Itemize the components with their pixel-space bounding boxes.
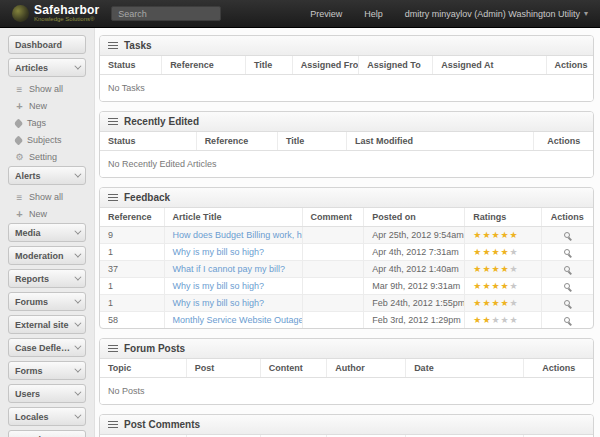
sidebar-item-media[interactable]: Media xyxy=(8,223,86,242)
recently-edited-table: StatusReferenceTitleLast ModifiedActions… xyxy=(100,132,593,177)
column-header-reference: Reference xyxy=(196,132,277,151)
article-link[interactable]: Why is my bill so high? xyxy=(173,247,265,257)
app-logo[interactable]: Safeharbor Knowledge Solutions® xyxy=(12,5,99,23)
panel-forum-posts: Forum PostsTopicPostContentAuthorDateAct… xyxy=(99,338,594,405)
sidebar-item-locales[interactable]: Locales xyxy=(8,407,86,426)
star-empty-icon: ★ xyxy=(510,315,519,325)
star-empty-icon: ★ xyxy=(510,247,519,257)
article-link[interactable]: Why is my bill so high? xyxy=(173,281,265,291)
magnifier-icon[interactable] xyxy=(564,300,570,306)
magnifier-icon[interactable] xyxy=(564,232,570,238)
chevron-down-icon xyxy=(74,343,81,350)
empty-row: No Recently Edited Articles xyxy=(100,151,593,178)
cell-posted-on: Apr 4th, 2012 1:40am xyxy=(364,261,465,278)
user-menu[interactable]: dmitry minyaylov (Admin) Washington Util… xyxy=(405,9,588,19)
sidebar-item-dashboard[interactable]: Dashboard xyxy=(8,35,86,54)
panel-header-feedback[interactable]: Feedback xyxy=(100,188,593,208)
article-link[interactable]: Why is my bill so high? xyxy=(173,298,265,308)
cell-ratings: ★★★★★ xyxy=(465,278,541,295)
cell-reference: 1 xyxy=(100,278,164,295)
gear-icon xyxy=(15,153,24,162)
column-header-posted-on: Posted on xyxy=(364,208,465,227)
magnifier-icon[interactable] xyxy=(564,249,570,255)
magnifier-icon[interactable] xyxy=(564,317,570,323)
sidebar-item-label: Forums xyxy=(15,297,48,307)
sidebar-subitem-label: New xyxy=(29,209,47,219)
column-header-status: Status xyxy=(100,56,162,75)
cell-comment xyxy=(302,244,364,261)
sidebar-item-label: Locales xyxy=(15,412,49,422)
cell-ratings: ★★★★★ xyxy=(465,261,541,278)
star-filled-icon: ★ xyxy=(491,298,500,308)
sidebar-item-label: Case Deflection xyxy=(15,343,74,353)
star-filled-icon: ★ xyxy=(473,264,482,274)
list-icon xyxy=(108,421,118,429)
sidebar-item-case-deflection[interactable]: Case Deflection xyxy=(8,338,86,357)
cell-actions xyxy=(541,312,593,329)
panel-title: Recently Edited xyxy=(124,116,199,127)
sidebar-item-articles[interactable]: Articles xyxy=(8,58,86,77)
sidebar-item-reports[interactable]: Reports xyxy=(8,269,86,288)
article-link[interactable]: How does Budget Billing work, huh? xyxy=(173,230,303,240)
list-icon xyxy=(108,42,118,50)
star-filled-icon: ★ xyxy=(473,298,482,308)
sidebar-item-moderation[interactable]: Moderation xyxy=(8,246,86,265)
empty-row: No Posts xyxy=(100,378,593,405)
magnifier-icon[interactable] xyxy=(564,283,570,289)
sidebar-subitem-articles-show-all[interactable]: Show all xyxy=(8,81,86,97)
tag-icon xyxy=(14,135,24,145)
nav-preview[interactable]: Preview xyxy=(310,9,342,19)
panel-header-tasks[interactable]: Tasks xyxy=(100,36,593,56)
panel-header-forum-posts[interactable]: Forum Posts xyxy=(100,339,593,359)
cell-comment xyxy=(302,278,364,295)
panel-header-recently-edited[interactable]: Recently Edited xyxy=(100,112,593,132)
sidebar-item-users[interactable]: Users xyxy=(8,384,86,403)
panel-header-post-comments[interactable]: Post Comments xyxy=(100,415,593,435)
column-header-assigned-to: Assigned To xyxy=(359,56,433,75)
article-link[interactable]: Monthly Service Website Outage xyxy=(173,315,303,325)
column-header-actions: Actions xyxy=(524,359,593,378)
sidebar-item-google-analytics[interactable]: Google Analytics xyxy=(8,430,86,437)
column-header-reference: Reference xyxy=(100,208,164,227)
nav-help[interactable]: Help xyxy=(364,9,383,19)
sidebar-item-forms[interactable]: Forms xyxy=(8,361,86,380)
list-icon xyxy=(108,118,118,126)
cell-comment xyxy=(302,312,364,329)
sidebar-subitem-articles-tags[interactable]: Tags xyxy=(8,115,86,131)
sidebar-subitem-articles-setting[interactable]: Setting xyxy=(8,149,86,165)
empty-row: No Tasks xyxy=(100,75,593,102)
cell-reference: 9 xyxy=(100,227,164,244)
sidebar-subitem-articles-subjects[interactable]: Subjects xyxy=(8,132,86,148)
table-header-row: ReferenceArticle TitleCommentPosted onRa… xyxy=(100,208,593,227)
cell-ratings: ★★★★★ xyxy=(465,244,541,261)
magnifier-icon[interactable] xyxy=(564,266,570,272)
panel-tasks: TasksStatusReferenceTitleAssigned FromAs… xyxy=(99,35,594,102)
cell-ratings: ★★★★★ xyxy=(465,312,541,329)
search-input[interactable] xyxy=(111,6,221,21)
star-filled-icon: ★ xyxy=(473,281,482,291)
empty-message: No Posts xyxy=(100,378,593,405)
list-icon xyxy=(15,193,24,202)
sidebar-item-external-site[interactable]: External site xyxy=(8,315,86,334)
sidebar-item-label: Reports xyxy=(15,274,49,284)
article-link[interactable]: What if I cannot pay my bill? xyxy=(173,264,286,274)
cell-ratings: ★★★★★ xyxy=(465,295,541,312)
sidebar-subitem-articles-new[interactable]: New xyxy=(8,98,86,114)
star-empty-icon: ★ xyxy=(501,315,510,325)
sidebar-subitem-alerts-new[interactable]: New xyxy=(8,206,86,222)
cell-article-title: How does Budget Billing work, huh? xyxy=(164,227,302,244)
sidebar-item-label: External site xyxy=(15,320,69,330)
app-header: Safeharbor Knowledge Solutions® Preview … xyxy=(0,0,600,28)
sidebar-item-forums[interactable]: Forums xyxy=(8,292,86,311)
sidebar-item-label: Moderation xyxy=(15,251,64,261)
column-header-post: Post xyxy=(186,359,260,378)
sidebar-item-label: Dashboard xyxy=(15,40,62,50)
sidebar-subitem-label: New xyxy=(29,101,47,111)
sidebar-item-alerts[interactable]: Alerts xyxy=(8,166,86,185)
cell-actions xyxy=(541,278,593,295)
sidebar-subitem-alerts-show-all[interactable]: Show all xyxy=(8,189,86,205)
column-header-comment: Comment xyxy=(302,208,364,227)
sidebar-item-label: Media xyxy=(15,228,41,238)
column-header-actions: Actions xyxy=(541,208,593,227)
star-filled-icon: ★ xyxy=(501,298,510,308)
